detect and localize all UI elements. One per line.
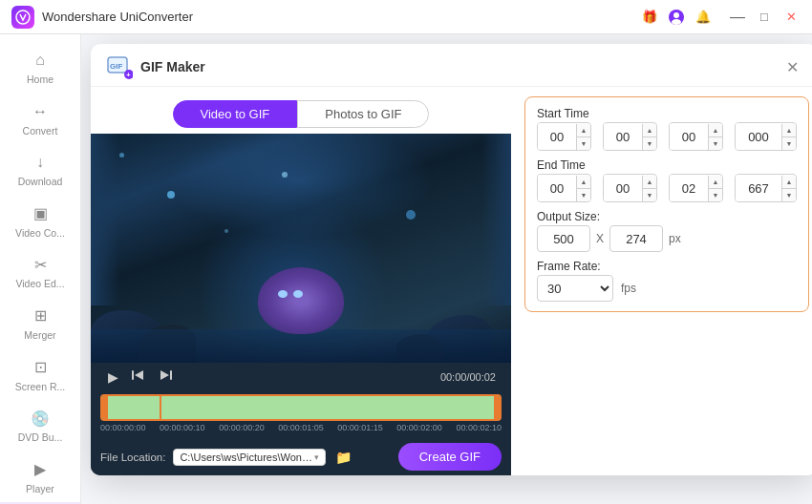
sidebar-label-home: Home xyxy=(27,74,53,86)
svg-rect-8 xyxy=(132,370,134,380)
video-edit-icon: ✂ xyxy=(30,254,51,275)
end-seconds-up[interactable]: ▲ xyxy=(709,176,722,188)
end-seconds-field[interactable]: ▲ ▼ xyxy=(669,174,723,202)
bell-icon[interactable]: 🔔 xyxy=(694,8,713,27)
svg-text:+: + xyxy=(126,71,131,79)
wall-right xyxy=(482,134,511,305)
start-minutes-input[interactable] xyxy=(604,123,642,150)
player-icon: ▶ xyxy=(30,459,51,480)
start-ms-field[interactable]: ▲ ▼ xyxy=(735,122,797,151)
start-hours-up[interactable]: ▲ xyxy=(577,124,590,136)
create-gif-button[interactable]: Create GIF xyxy=(398,443,502,471)
sidebar-item-convert[interactable]: ↔ Convert xyxy=(0,94,80,145)
start-ms-input[interactable] xyxy=(736,123,781,150)
start-hours-input[interactable] xyxy=(538,123,576,150)
modal-header: GIF + GIF Maker ✕ xyxy=(91,44,812,87)
svg-point-2 xyxy=(673,12,679,18)
start-seconds-field[interactable]: ▲ ▼ xyxy=(669,122,723,151)
end-ms-field[interactable]: ▲ ▼ xyxy=(735,174,797,202)
sidebar-label-video-compress: Video Co... xyxy=(15,227,65,240)
user-icon[interactable] xyxy=(667,8,686,27)
wall-left xyxy=(91,134,119,305)
frame-rate-select[interactable]: 15 24 30 60 xyxy=(537,275,613,302)
start-seconds-input[interactable] xyxy=(670,123,708,150)
fps-label: fps xyxy=(621,282,636,295)
start-seconds-up[interactable]: ▲ xyxy=(709,124,722,136)
gift-icon[interactable]: 🎁 xyxy=(640,8,659,27)
modal-body: Video to GIF Photos to GIF xyxy=(91,87,812,475)
start-hours-spinner: ▲ ▼ xyxy=(576,124,590,150)
ts-6: 00:00:02:10 xyxy=(456,423,502,432)
end-minutes-field[interactable]: ▲ ▼ xyxy=(603,174,657,202)
end-hours-input[interactable] xyxy=(538,175,576,201)
end-ms-down[interactable]: ▼ xyxy=(782,189,796,201)
sidebar-item-video-compress[interactable]: ▣ Video Co... xyxy=(0,196,80,247)
output-size-section: Output Size: X px xyxy=(537,210,797,252)
start-seconds-spinner: ▲ ▼ xyxy=(708,124,722,150)
tab-container: Video to GIF Photos to GIF xyxy=(91,87,511,134)
sidebar-item-home[interactable]: ⌂ Home xyxy=(0,42,80,94)
download-icon: ↓ xyxy=(30,152,51,173)
browse-folder-button[interactable]: 📁 xyxy=(333,448,353,467)
start-ms-down[interactable]: ▼ xyxy=(782,137,796,150)
file-path-text: C:\Users\ws\Pictures\Wonder... xyxy=(180,452,314,463)
svg-point-3 xyxy=(672,19,681,25)
start-ms-up[interactable]: ▲ xyxy=(782,124,796,136)
end-ms-input[interactable] xyxy=(736,175,781,201)
timeline-handle-left[interactable] xyxy=(100,396,108,419)
gif-maker-icon: GIF + xyxy=(106,53,133,80)
end-minutes-down[interactable]: ▼ xyxy=(643,189,656,201)
settings-panel: Start Time ▲ ▼ xyxy=(511,87,812,475)
output-height-input[interactable] xyxy=(609,225,663,252)
modal-close-button[interactable]: ✕ xyxy=(782,57,801,76)
sidebar-item-video-edit[interactable]: ✂ Video Ed... xyxy=(0,246,80,298)
sidebar: ⌂ Home ↔ Convert ↓ Download ▣ Video Co..… xyxy=(0,34,81,504)
start-hours-down[interactable]: ▼ xyxy=(577,137,590,150)
sidebar-label-merger: Merger xyxy=(24,329,55,342)
tab-photos-to-gif[interactable]: Photos to GIF xyxy=(297,100,429,128)
end-hours-down[interactable]: ▼ xyxy=(577,189,590,201)
gif-maker-modal: GIF + GIF Maker ✕ xyxy=(91,44,812,475)
ts-2: 00:00:00:20 xyxy=(219,423,265,432)
end-seconds-input[interactable] xyxy=(670,175,708,201)
start-minutes-up[interactable]: ▲ xyxy=(643,124,656,136)
sidebar-item-dvd[interactable]: 💿 DVD Bu... xyxy=(0,400,80,452)
start-minutes-field[interactable]: ▲ ▼ xyxy=(603,122,657,151)
output-width-input[interactable] xyxy=(537,225,590,252)
start-minutes-down[interactable]: ▼ xyxy=(643,137,656,150)
play-button[interactable]: ▶ xyxy=(106,368,120,387)
video-frame xyxy=(91,134,511,363)
end-ms-up[interactable]: ▲ xyxy=(782,176,796,188)
start-seconds-down[interactable]: ▼ xyxy=(709,137,722,150)
path-dropdown-arrow[interactable]: ▾ xyxy=(314,452,319,462)
particle-1 xyxy=(167,191,175,199)
end-seconds-down[interactable]: ▼ xyxy=(709,189,722,201)
modal-title: GIF Maker xyxy=(140,59,205,74)
prev-button[interactable] xyxy=(130,367,147,387)
maximize-icon[interactable]: □ xyxy=(755,8,774,27)
sidebar-label-video-edit: Video Ed... xyxy=(15,278,64,290)
sidebar-item-screen-rec[interactable]: ⊡ Screen R... xyxy=(0,349,80,401)
close-icon[interactable]: ✕ xyxy=(781,8,801,27)
timeline-handle-right[interactable] xyxy=(494,396,502,419)
file-location-bar: File Location: C:\Users\ws\Pictures\Wond… xyxy=(91,438,511,475)
end-hours-up[interactable]: ▲ xyxy=(577,176,590,188)
minimize-icon[interactable]: — xyxy=(728,8,747,27)
next-button[interactable] xyxy=(157,367,174,387)
sidebar-item-merger[interactable]: ⊞ Merger xyxy=(0,298,80,349)
ts-4: 00:00:01:15 xyxy=(337,423,383,432)
merger-icon: ⊞ xyxy=(30,305,51,326)
ts-5: 00:00:02:00 xyxy=(396,423,442,432)
end-hours-field[interactable]: ▲ ▼ xyxy=(537,174,591,202)
sidebar-item-player[interactable]: ▶ Player xyxy=(0,452,80,503)
svg-marker-11 xyxy=(160,370,169,380)
start-hours-field[interactable]: ▲ ▼ xyxy=(537,122,591,151)
tab-video-to-gif[interactable]: Video to GIF xyxy=(173,100,298,128)
timeline-track[interactable] xyxy=(100,394,502,421)
file-location-input[interactable]: C:\Users\ws\Pictures\Wonder... ▾ xyxy=(173,449,326,466)
sidebar-label-dvd: DVD Bu... xyxy=(18,431,63,444)
sidebar-item-download[interactable]: ↓ Download xyxy=(0,144,80,196)
end-time-row: ▲ ▼ ▲ xyxy=(537,174,797,202)
end-minutes-input[interactable] xyxy=(604,175,642,201)
end-minutes-up[interactable]: ▲ xyxy=(643,176,656,188)
